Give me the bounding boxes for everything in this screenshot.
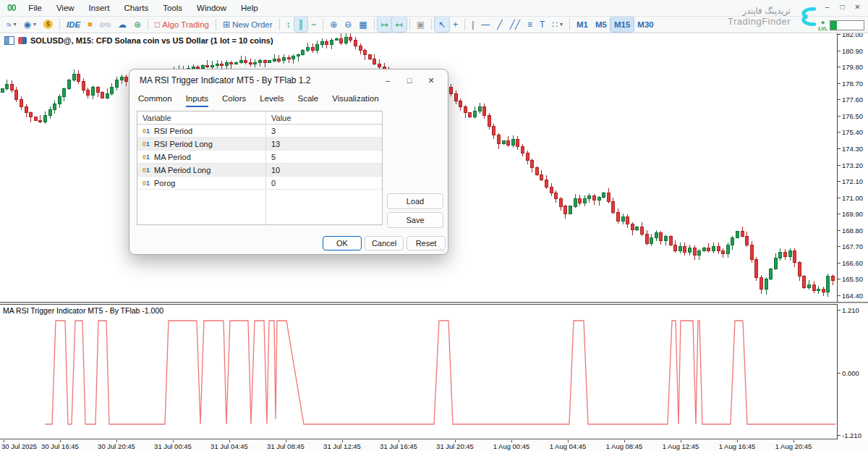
text-icon[interactable]: T xyxy=(536,17,548,32)
table-row[interactable]: 01MA Period5 xyxy=(137,151,382,164)
window-close-button[interactable]: ✕ xyxy=(851,1,864,12)
dialog-maximize-button[interactable]: □ xyxy=(399,72,420,89)
tf-m30-button[interactable]: M30 xyxy=(634,17,657,32)
table-row[interactable]: 01Porog0 xyxy=(137,177,382,190)
channel-icon[interactable]: ╱╱ xyxy=(506,17,524,32)
chart-type-icon[interactable]: ≈▾ xyxy=(3,17,20,32)
indicator-axis[interactable]: 1.2100.000-1.210 xyxy=(837,304,868,439)
indicator-list-icon[interactable]: ◉▾ xyxy=(20,17,41,32)
time-axis[interactable]: 30 Jul 202530 Jul 16:4530 Jul 20:4531 Ju… xyxy=(0,440,868,451)
algo-trading-icon[interactable]: □Algo Trading xyxy=(151,17,213,32)
vertical-line-icon[interactable]: | xyxy=(468,17,477,32)
shift-end-icon[interactable]: ↦ xyxy=(378,17,392,32)
tab-visualization[interactable]: Visualization xyxy=(332,94,378,107)
window-minimize-button[interactable]: – xyxy=(821,1,833,12)
tab-inputs[interactable]: Inputs xyxy=(186,94,208,107)
zoom-in-icon[interactable]: ⊕ xyxy=(326,17,341,32)
cursor-icon[interactable]: ↖ xyxy=(435,17,449,32)
cloud-icon[interactable]: ☁ xyxy=(114,17,130,32)
menu-item-window[interactable]: Window xyxy=(190,1,234,16)
price-axis[interactable]: 182.00180.90179.80178.70177.60176.50175.… xyxy=(837,33,868,302)
variable-value[interactable]: 10 xyxy=(265,166,382,174)
price-tick-label: 179.80 xyxy=(842,63,863,71)
menu-item-charts[interactable]: Charts xyxy=(116,1,156,16)
variable-name: RSI Period Long xyxy=(154,140,213,148)
dialog-resize-grip[interactable]: ⋱ xyxy=(438,245,445,253)
channel-glyph: ╱╱ xyxy=(510,20,520,29)
horizontal-line-icon[interactable]: — xyxy=(477,17,493,32)
price-tick-label: 166.60 xyxy=(842,259,863,267)
price-tick xyxy=(838,165,841,166)
crosshair-icon[interactable]: + xyxy=(449,17,461,32)
price-tick xyxy=(838,132,841,132)
menu-item-file[interactable]: File xyxy=(21,1,49,16)
table-row[interactable]: 01RSI Period Long13 xyxy=(137,138,382,151)
menu-item-tools[interactable]: Tools xyxy=(156,1,190,16)
chart-mini-icon[interactable] xyxy=(18,37,27,44)
tf-m1-button[interactable]: M1 xyxy=(573,17,592,32)
toolbar-separator xyxy=(148,19,148,30)
zoom-out-icon[interactable]: ⊖ xyxy=(341,17,355,32)
community-icon[interactable]: ⊕ xyxy=(130,17,145,32)
price-tick-label: 172.10 xyxy=(842,177,863,185)
tf-m30-label: M30 xyxy=(637,20,653,29)
dollar-icon[interactable]: $ xyxy=(40,17,56,32)
signal-icon[interactable]: ((o)) xyxy=(96,17,114,32)
variable-value[interactable]: 3 xyxy=(265,127,382,135)
market-depth-icon[interactable] xyxy=(4,36,14,45)
variable-value[interactable]: 0 xyxy=(265,179,382,187)
new-order-icon[interactable]: ⊞New Order xyxy=(219,17,276,32)
new-order-label: New Order xyxy=(232,20,273,29)
indicator-wave-svg[interactable] xyxy=(0,304,837,439)
menu-item-help[interactable]: Help xyxy=(234,1,265,16)
trendline-icon[interactable]: ╱ xyxy=(493,17,506,32)
line-mode-icon[interactable]: ~ xyxy=(307,17,320,32)
shapes-icon[interactable]: ∷▾ xyxy=(548,17,566,32)
price-tick xyxy=(838,67,841,67)
toolbar-separator xyxy=(464,19,465,30)
table-header-row: VariableValue xyxy=(137,111,382,125)
time-tick-label: 31 Jul 20:45 xyxy=(432,442,478,450)
tab-colors[interactable]: Colors xyxy=(222,94,246,107)
market-icon[interactable]: ■ xyxy=(84,17,96,32)
table-row[interactable]: 01MA Period Long10 xyxy=(137,164,382,177)
ide-button[interactable]: IDE xyxy=(63,17,84,32)
mt5-window: 00 FileViewInsertChartsToolsWindowHelp –… xyxy=(0,0,868,451)
tile-windows-icon[interactable]: ▦ xyxy=(355,17,370,32)
menu-item-view[interactable]: View xyxy=(49,1,82,16)
tile-windows-glyph: ▦ xyxy=(359,20,367,29)
dialog-title-bar[interactable]: MA RSI Trigger Indicator MT5 - By TFlab … xyxy=(129,69,448,91)
tf-m15-button[interactable]: M15 xyxy=(610,17,634,32)
load-button[interactable]: Load xyxy=(387,193,443,209)
cancel-button[interactable]: Cancel xyxy=(365,236,404,250)
variable-value[interactable]: 5 xyxy=(265,153,382,161)
window-restore-button[interactable]: □ xyxy=(836,1,848,12)
table-row[interactable]: 01RSI Period3 xyxy=(137,125,382,138)
price-tick-label: 171.00 xyxy=(842,194,863,202)
tf-m5-button[interactable]: M5 xyxy=(592,17,610,32)
inputs-table[interactable]: VariableValue01RSI Period301RSI Period L… xyxy=(137,111,383,225)
price-tick xyxy=(838,198,841,198)
price-tick xyxy=(838,279,841,279)
save-button[interactable]: Save xyxy=(387,212,443,228)
ok-button[interactable]: OK xyxy=(323,236,362,250)
screenshot-icon[interactable]: ▣ xyxy=(413,17,428,32)
tab-scale[interactable]: Scale xyxy=(297,94,318,107)
menu-item-insert[interactable]: Insert xyxy=(82,1,117,16)
dialog-title: MA RSI Trigger Indicator MT5 - By TFlab … xyxy=(129,75,377,85)
variable-value[interactable]: 13 xyxy=(265,140,382,148)
tab-common[interactable]: Common xyxy=(138,94,172,107)
dialog-close-button[interactable]: ✕ xyxy=(420,72,442,89)
price-tick-label: 175.40 xyxy=(842,128,863,136)
column-divider xyxy=(265,111,266,224)
candles-mode-icon[interactable]: ║ xyxy=(294,17,308,32)
toolbar-separator xyxy=(569,19,570,30)
level-indicator: ⌖ LVL xyxy=(818,20,864,31)
tab-levels[interactable]: Levels xyxy=(260,94,284,107)
bars-mode-icon[interactable]: ↕ xyxy=(283,17,294,32)
time-tick-label: 1 Aug 04:45 xyxy=(545,442,591,450)
price-tick xyxy=(838,214,841,214)
auto-scroll-icon[interactable]: ↤ xyxy=(392,17,407,32)
dialog-minimize-button[interactable]: – xyxy=(377,72,399,89)
equidistant-channel-icon[interactable]: ≡ xyxy=(524,17,536,32)
